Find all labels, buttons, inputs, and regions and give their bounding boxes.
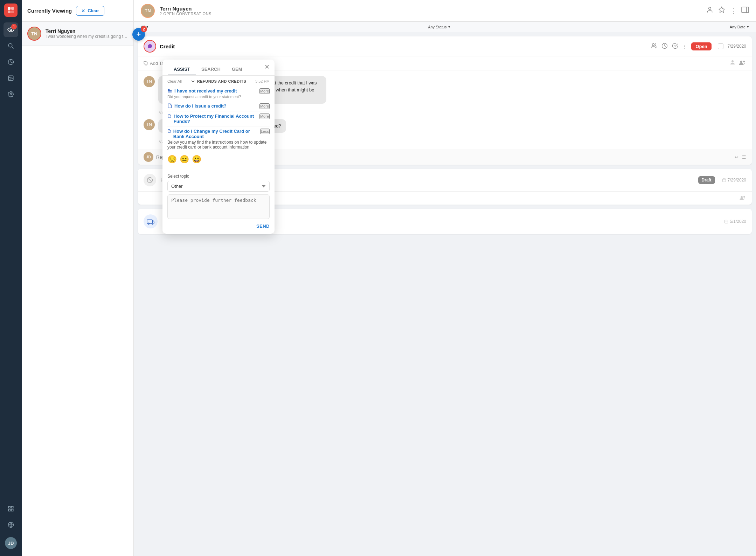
reply-arrow-icon[interactable]: ↩ <box>735 155 738 160</box>
more-button-1[interactable]: More <box>259 103 270 109</box>
assign-agent-icon[interactable] <box>729 59 736 67</box>
nav-search-icon[interactable] <box>4 39 18 53</box>
clear-label: Clear <box>88 8 99 13</box>
svg-rect-14 <box>12 509 13 511</box>
svg-point-33 <box>741 196 743 198</box>
top-bar: TN Terri Nguyen 2 OPEN CONVERSATIONS ⋮ <box>134 0 756 22</box>
clock-icon[interactable] <box>661 43 668 50</box>
assist-tab-search[interactable]: SEARCH <box>196 64 226 75</box>
new-conv-badge: 2 <box>141 26 147 32</box>
doc-icon-1 <box>167 103 172 108</box>
reply-menu-icon[interactable]: ☰ <box>742 155 746 160</box>
svg-point-17 <box>709 7 711 10</box>
less-button-3[interactable]: Less <box>260 129 270 134</box>
assist-close-button[interactable]: ✕ <box>264 63 270 71</box>
assist-body: Clear All REFUNDS AND CREDITS 3:52 PM <box>162 76 275 170</box>
sidebar-header: Currently Viewing ✕ Clear <box>22 0 133 22</box>
emoji-positive[interactable]: 😀 <box>192 155 201 164</box>
more-button-0[interactable]: More <box>259 88 270 94</box>
svg-rect-2 <box>8 11 11 13</box>
assist-item-title-2[interactable]: How to Protect my Financial Account Fund… <box>167 114 257 124</box>
nav-chart-icon[interactable] <box>4 55 18 69</box>
svg-point-5 <box>8 43 12 47</box>
emoji-rating-row: 😒 😐 😀 <box>167 155 270 164</box>
contact-preview: I was wondering when my credit is going … <box>46 34 128 39</box>
conv-card-header: Credit <box>138 36 752 56</box>
filter-date[interactable]: Any Date ▾ <box>730 25 749 29</box>
left-navigation: 1 <box>0 0 22 556</box>
assist-footer: Select topic Other SEND <box>162 170 275 234</box>
currently-viewing-label: Currently Viewing <box>27 8 72 14</box>
assist-item-title-3[interactable]: How do I Change my Credit Card or Bank A… <box>167 129 257 139</box>
topic-label: Select topic <box>167 174 270 179</box>
emoji-negative[interactable]: 😒 <box>167 155 177 164</box>
send-button-row: SEND <box>167 224 270 229</box>
svg-point-21 <box>652 43 654 46</box>
assist-tab-gem[interactable]: GEM <box>226 64 248 75</box>
check-icon[interactable] <box>672 43 678 50</box>
emoji-neutral[interactable]: 😐 <box>180 155 189 164</box>
panel-toggle-icon[interactable] <box>741 7 749 15</box>
draft-cancel-icon <box>144 174 156 186</box>
collapse-icon <box>191 79 195 83</box>
clear-button[interactable]: ✕ Clear <box>76 6 104 16</box>
assist-item-title-1[interactable]: How do I issue a credit? <box>167 103 227 109</box>
section-time: 3:52 PM <box>255 79 270 83</box>
assist-item-title-0[interactable]: I have not received my credit <box>167 88 237 94</box>
nav-eye-icon[interactable]: 1 <box>4 22 18 37</box>
draft-status-badge: Draft <box>698 176 715 184</box>
send-button[interactable]: SEND <box>256 224 270 229</box>
message-avatar-1: TN <box>144 76 155 87</box>
conversation-checkbox[interactable] <box>718 43 723 49</box>
conv-more-icon[interactable]: ⋮ <box>682 44 687 49</box>
assist-item-3: How do I Change my Credit Card or Bank A… <box>167 126 270 152</box>
star-icon[interactable] <box>718 6 725 15</box>
nav-settings-icon[interactable] <box>4 87 18 102</box>
draft-date: 7/29/2020 <box>728 178 746 183</box>
svg-rect-13 <box>8 509 10 511</box>
contact-item[interactable]: TN Terri Nguyen I was wondering when my … <box>22 22 133 46</box>
assist-item-desc-0: Did you request a credit to your stateme… <box>167 95 270 99</box>
message-avatar-2: TN <box>144 119 155 130</box>
tracking-date: 5/1/2020 <box>730 219 746 224</box>
svg-line-6 <box>12 47 13 48</box>
assist-tab-assist[interactable]: ASSIST <box>168 64 196 75</box>
conv-actions: ⋮ Open <box>651 42 711 50</box>
user-profile-icon[interactable] <box>706 6 713 15</box>
nav-globe-icon[interactable] <box>4 517 18 532</box>
main-content: TN Terri Nguyen 2 OPEN CONVERSATIONS ⋮ <box>134 0 756 556</box>
doc-icon-2 <box>167 114 172 118</box>
clear-all-button[interactable]: Clear All <box>167 79 182 83</box>
assist-section-header: Clear All REFUNDS AND CREDITS 3:52 PM <box>167 79 270 83</box>
contact-name: Terri Nguyen <box>46 28 128 34</box>
app-logo[interactable] <box>4 4 18 17</box>
conv-type-icon <box>144 40 156 53</box>
svg-rect-3 <box>11 11 14 13</box>
assist-panel: ASSIST SEARCH GEM ✕ Clear All REFUNDS AN… <box>162 60 275 234</box>
conversation-date: 7/29/2020 <box>728 44 746 49</box>
clear-x-icon: ✕ <box>81 8 85 14</box>
assist-tabs: ASSIST SEARCH GEM ✕ <box>162 60 275 76</box>
topic-select[interactable]: Other <box>167 181 270 192</box>
user-avatar[interactable]: JD <box>5 537 17 549</box>
assign-users-icon[interactable] <box>651 43 657 50</box>
svg-rect-19 <box>742 7 749 13</box>
doc-icon-3 <box>167 129 171 133</box>
draft-assign-icon[interactable] <box>739 194 746 202</box>
svg-rect-1 <box>11 7 14 10</box>
reply-actions: ↩ ☰ <box>735 155 746 160</box>
group-assign-icon[interactable] <box>738 59 746 67</box>
section-title: REFUNDS AND CREDITS <box>191 79 247 83</box>
nav-grid-icon[interactable] <box>4 501 18 516</box>
nav-image-icon[interactable] <box>4 71 18 85</box>
filter-status[interactable]: Any Status ▾ <box>428 25 450 29</box>
feedback-textarea[interactable] <box>167 194 270 219</box>
top-bar-info: Terri Nguyen 2 OPEN CONVERSATIONS <box>160 6 701 16</box>
more-options-icon[interactable]: ⋮ <box>730 7 736 15</box>
open-conversations-count: 2 OPEN CONVERSATIONS <box>160 12 701 16</box>
contact-info: Terri Nguyen I was wondering when my cre… <box>46 28 128 39</box>
draft-calendar-icon <box>722 178 726 182</box>
article-icon-0 <box>167 88 172 93</box>
more-button-2[interactable]: More <box>259 114 270 119</box>
plus-icon: + <box>137 30 141 38</box>
